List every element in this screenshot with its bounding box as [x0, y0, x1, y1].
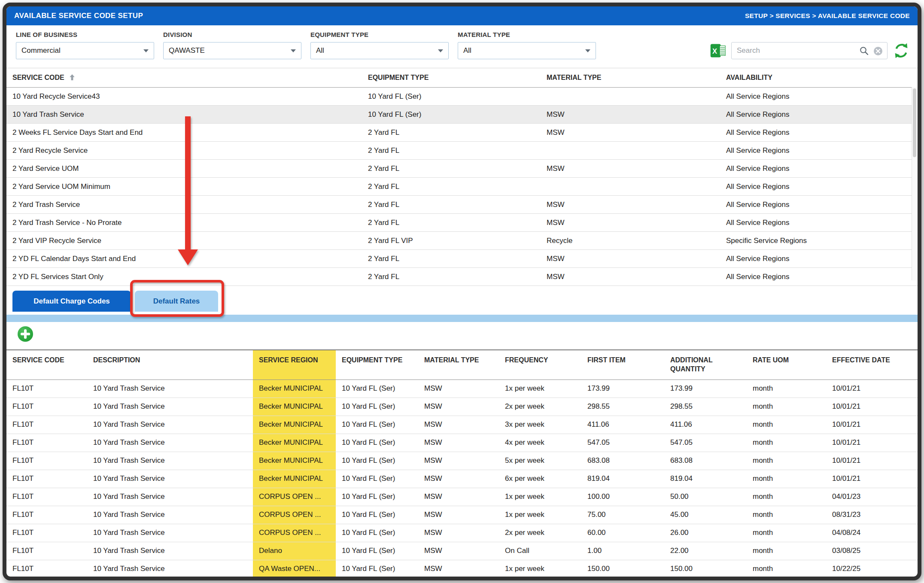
table-row[interactable]: 2 YD FL Calendar Days Start and End2 Yar… — [6, 250, 918, 268]
tab-default-charge-codes[interactable]: Default Charge Codes — [12, 291, 131, 312]
search-icon[interactable] — [859, 46, 869, 58]
table-row[interactable]: 2 YD FL Services Start Only2 Yard FLMSWA… — [6, 268, 918, 286]
service-code-cell: FL10T — [6, 434, 87, 452]
column-header-material-type[interactable]: MATERIAL TYPE — [541, 68, 720, 88]
column-label: DESCRIPTION — [93, 356, 140, 364]
column-header-service-region[interactable]: SERVICE REGION — [253, 350, 336, 380]
column-header-rate-uom[interactable]: RATE UOM — [747, 350, 826, 380]
app-window: AVAILABLE SERVICE CODE SETUP SETUP > SER… — [3, 3, 921, 580]
table-row[interactable]: 10 Yard Trash Service10 Yard FL (Ser)MSW… — [6, 106, 918, 124]
equipment-type-cell: 10 Yard FL (Ser) — [336, 398, 418, 416]
column-header-additional-quantity[interactable]: ADDITIONAL QUANTITY — [664, 350, 747, 380]
column-header-service-code[interactable]: SERVICE CODE — [6, 350, 87, 380]
availability-cell: All Service Regions — [720, 142, 918, 160]
table-row[interactable]: FL10T10 Yard Trash ServiceCORPUS OPEN ..… — [6, 488, 918, 506]
equipment-type-cell: 10 Yard FL (Ser) — [336, 416, 418, 434]
material-type-cell — [541, 142, 720, 160]
material-type-cell: MSW — [418, 560, 499, 578]
table-row[interactable]: 2 Weeks FL Service Days Start and End2 Y… — [6, 124, 918, 142]
table-row[interactable]: 2 Yard Trash Service2 Yard FLMSWAll Serv… — [6, 196, 918, 214]
frequency-cell: 1x per week — [499, 560, 581, 578]
description-cell: 10 Yard Trash Service — [87, 416, 253, 434]
frequency-cell: 6x per week — [499, 470, 581, 488]
service-region-cell: CORPUS OPEN ... — [253, 524, 336, 542]
column-header-service-code[interactable]: SERVICE CODE — [6, 68, 362, 88]
clear-icon[interactable] — [873, 46, 883, 58]
scrollbar-thumb[interactable] — [913, 88, 916, 157]
excel-export-button[interactable]: X — [710, 43, 726, 59]
additional-quantity-cell: 819.04 — [664, 470, 747, 488]
sort-ascending-icon — [69, 74, 75, 81]
table-row[interactable]: 10 Yard Recycle Service4310 Yard FL (Ser… — [6, 88, 918, 106]
service-code-cell: FL10T — [6, 506, 87, 524]
effective-date-cell: 10/01/21 — [826, 416, 918, 434]
column-header-first-item[interactable]: FIRST ITEM — [581, 350, 664, 380]
division-select[interactable]: QAWASTE — [163, 42, 301, 59]
svg-text:X: X — [712, 47, 717, 55]
effective-date-cell: 10/01/21 — [826, 380, 918, 398]
service-code-cell: 2 Yard Trash Service — [6, 196, 362, 214]
column-header-effective-date[interactable]: EFFECTIVE DATE — [826, 350, 918, 380]
material-type-cell: MSW — [541, 196, 720, 214]
additional-quantity-cell: 50.00 — [664, 488, 747, 506]
column-header-frequency[interactable]: FREQUENCY — [499, 350, 581, 380]
table-row[interactable]: FL10T10 Yard Trash ServiceBecker MUNICIP… — [6, 434, 918, 452]
first-item-cell: 298.55 — [581, 398, 664, 416]
add-rate-button[interactable] — [17, 325, 34, 343]
table-row[interactable]: 2 Yard VIP Recycle Service2 Yard FL VIPR… — [6, 232, 918, 250]
table-row[interactable]: FL10T10 Yard Trash ServiceCORPUS OPEN ..… — [6, 524, 918, 542]
material-type-select[interactable]: All — [458, 42, 596, 59]
tab-default-rates[interactable]: Default Rates — [135, 291, 218, 312]
rate-uom-cell: month — [747, 452, 826, 470]
service-code-cell: FL10T — [6, 524, 87, 542]
column-label: EQUIPMENT TYPE — [368, 74, 429, 81]
first-item-cell: 819.04 — [581, 470, 664, 488]
refresh-button[interactable] — [893, 42, 910, 59]
table-row[interactable]: FL10T10 Yard Trash ServiceCORPUS OPEN ..… — [6, 506, 918, 524]
table-row[interactable]: 2 Yard Trash Service - No Prorate2 Yard … — [6, 214, 918, 232]
service-code-table: SERVICE CODE EQUIPMENT TYPE MATERIAL TYP… — [6, 68, 918, 286]
column-header-description[interactable]: DESCRIPTION — [87, 350, 253, 380]
table-row[interactable]: 2 Yard Service UOM2 Yard FLMSWAll Servic… — [6, 160, 918, 178]
table-row[interactable]: FL10T10 Yard Trash ServiceQA Waste OPEN.… — [6, 560, 918, 578]
frequency-cell: 1x per week — [499, 488, 581, 506]
filter-bar: LINE OF BUSINESS Commercial DIVISION QAW… — [6, 25, 918, 68]
availability-cell: All Service Regions — [720, 214, 918, 232]
column-header-availability[interactable]: AVAILABILITY — [720, 68, 918, 88]
description-cell: 10 Yard Trash Service — [87, 452, 253, 470]
column-header-equipment-type[interactable]: EQUIPMENT TYPE — [336, 350, 418, 380]
table-row[interactable]: FL10T10 Yard Trash ServiceBecker MUNICIP… — [6, 452, 918, 470]
table-row[interactable]: FL10T10 Yard Trash ServiceDelano10 Yard … — [6, 542, 918, 560]
service-code-cell: 2 Yard Service UOM Minimum — [6, 178, 362, 196]
equipment-type-select[interactable]: All — [310, 42, 449, 59]
additional-quantity-cell: 26.00 — [664, 524, 747, 542]
column-label: SERVICE CODE — [12, 74, 64, 81]
table-row[interactable]: 2 Yard Recycle Service2 Yard FLAll Servi… — [6, 142, 918, 160]
service-code-cell: 10 Yard Recycle Service43 — [6, 88, 362, 106]
column-label: ADDITIONAL QUANTITY — [670, 356, 712, 373]
material-type-cell: MSW — [418, 470, 499, 488]
frequency-cell: 2x per week — [499, 398, 581, 416]
description-cell: 10 Yard Trash Service — [87, 560, 253, 578]
first-item-cell: 1.00 — [581, 542, 664, 560]
table-row[interactable]: FL10T10 Yard Trash ServiceBecker MUNICIP… — [6, 416, 918, 434]
line-of-business-select[interactable]: Commercial — [16, 42, 154, 59]
rate-uom-cell: month — [747, 470, 826, 488]
service-code-cell: 10 Yard Trash Service — [6, 106, 362, 124]
chevron-down-icon — [438, 49, 443, 52]
table-row[interactable]: 2 Yard Service UOM Minimum2 Yard FLAll S… — [6, 178, 918, 196]
service-code-cell: FL10T — [6, 470, 87, 488]
material-type-cell: MSW — [418, 434, 499, 452]
column-header-equipment-type[interactable]: EQUIPMENT TYPE — [362, 68, 541, 88]
effective-date-cell: 08/31/23 — [826, 506, 918, 524]
column-label: MATERIAL TYPE — [547, 74, 601, 81]
table-row[interactable]: FL10T10 Yard Trash ServiceBecker MUNICIP… — [6, 398, 918, 416]
equipment-type-cell: 2 Yard FL — [362, 124, 541, 142]
breadcrumb[interactable]: SETUP > SERVICES > AVAILABLE SERVICE COD… — [745, 12, 910, 20]
description-cell: 10 Yard Trash Service — [87, 470, 253, 488]
table-row[interactable]: FL10T10 Yard Trash ServiceBecker MUNICIP… — [6, 380, 918, 398]
selected-value: All — [463, 46, 471, 55]
table-row[interactable]: FL10T10 Yard Trash ServiceBecker MUNICIP… — [6, 470, 918, 488]
frequency-cell: 3x per week — [499, 416, 581, 434]
column-header-material-type[interactable]: MATERIAL TYPE — [418, 350, 499, 380]
